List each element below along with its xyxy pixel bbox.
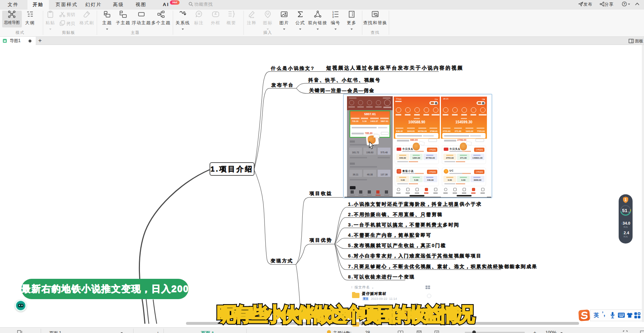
svg-text:%: %: [628, 211, 630, 213]
svg-text:1: 1: [625, 198, 627, 202]
svg-text:51: 51: [622, 208, 628, 213]
